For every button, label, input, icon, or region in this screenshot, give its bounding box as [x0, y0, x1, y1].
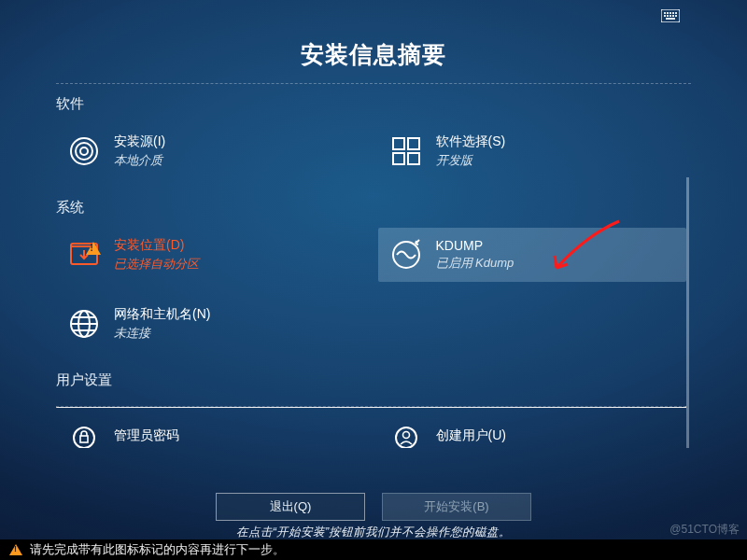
- tile-install-destination[interactable]: 安装位置(D) 已选择自动分区: [56, 228, 365, 282]
- svg-rect-8: [669, 15, 671, 17]
- svg-rect-15: [393, 138, 404, 149]
- svg-rect-18: [408, 153, 419, 164]
- begin-install-button[interactable]: 开始安装(B): [382, 493, 531, 521]
- tile-install-source[interactable]: 安装源(I) 本地介质: [56, 124, 365, 178]
- svg-point-14: [80, 147, 88, 155]
- svg-rect-1: [664, 12, 666, 14]
- section-system: 系统: [56, 199, 686, 217]
- tile-create-user[interactable]: 创建用户(U): [378, 417, 687, 455]
- svg-rect-3: [669, 12, 671, 14]
- page-title: 安装信息摘要: [0, 0, 747, 70]
- warning-badge-icon: [86, 242, 101, 255]
- tile-sub: 已选择自动分区: [114, 256, 199, 273]
- tile-network[interactable]: 网络和主机名(N) 未连接: [56, 297, 365, 351]
- svg-rect-5: [675, 12, 677, 14]
- tile-heading: 创建用户(U): [436, 427, 506, 444]
- warning-bar: 请先完成带有此图标标记的内容再进行下一步。: [0, 539, 747, 560]
- svg-rect-24: [80, 436, 88, 442]
- tile-heading: 安装位置(D): [114, 237, 199, 254]
- svg-rect-4: [672, 12, 674, 14]
- section-user: 用户设置: [56, 371, 686, 389]
- footer: 退出(Q) 开始安装(B) 在点击“开始安装”按钮前我们并不会操作您的磁盘。 请…: [0, 491, 747, 560]
- tile-sub: 已启用 Kdump: [436, 255, 514, 272]
- tile-root-password[interactable]: 管理员密码: [56, 417, 365, 455]
- disk-download-icon: [67, 238, 101, 272]
- warning-text: 请先完成带有此图标标记的内容再进行下一步。: [30, 542, 285, 558]
- section-software: 软件: [56, 95, 686, 113]
- svg-rect-17: [393, 153, 404, 164]
- tile-heading: 安装源(I): [114, 133, 165, 150]
- scrollbar[interactable]: [686, 177, 689, 448]
- svg-rect-2: [667, 12, 669, 14]
- tile-sub: 本地介质: [114, 152, 165, 169]
- tile-software-selection[interactable]: 软件选择(S) 开发版: [378, 124, 687, 178]
- svg-rect-6: [664, 15, 666, 17]
- footer-hint: 在点击“开始安装”按钮前我们并不会操作您的磁盘。: [0, 525, 747, 540]
- apps-grid-icon: [389, 134, 423, 168]
- svg-point-26: [402, 432, 409, 439]
- tile-kdump[interactable]: KDUMP 已启用 Kdump: [378, 228, 687, 282]
- summary-scroll: 软件 安装源(I) 本地介质 软件选择(S) 开发版 系统: [56, 82, 686, 493]
- svg-point-13: [76, 143, 92, 160]
- tile-heading: 管理员密码: [114, 427, 179, 444]
- kdump-icon: [389, 238, 423, 272]
- svg-rect-7: [667, 15, 669, 17]
- tile-heading: 软件选择(S): [436, 133, 506, 150]
- watermark: @51CTO博客: [669, 522, 740, 538]
- tile-heading: KDUMP: [436, 238, 514, 253]
- svg-rect-10: [675, 15, 677, 17]
- svg-rect-9: [672, 15, 674, 17]
- svg-rect-11: [666, 18, 675, 20]
- warning-triangle-icon: [9, 544, 22, 555]
- keyboard-icon[interactable]: [661, 9, 680, 26]
- divider: [56, 406, 686, 408]
- tile-heading: 网络和主机名(N): [114, 306, 210, 323]
- quit-button[interactable]: 退出(Q): [216, 493, 365, 521]
- target-icon: [67, 134, 101, 168]
- lock-icon: [67, 419, 101, 453]
- tile-sub: 未连接: [114, 325, 210, 342]
- tile-sub: 开发版: [436, 152, 506, 169]
- user-icon: [389, 419, 423, 453]
- globe-icon: [67, 307, 101, 341]
- svg-rect-16: [408, 138, 419, 149]
